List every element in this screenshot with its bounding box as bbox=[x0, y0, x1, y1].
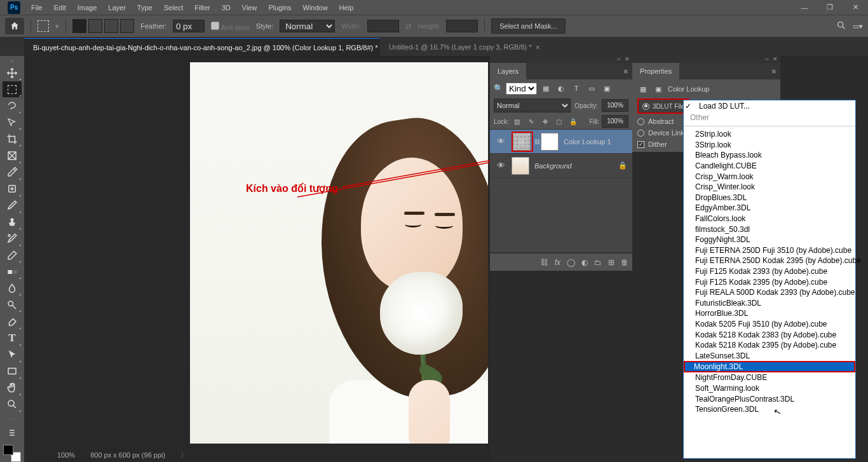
lut-option[interactable]: HorrorBlue.3DL bbox=[684, 308, 855, 319]
tab-document-2[interactable]: Untitled-1 @ 16.7% (Layer 1 copy 3, RGB/… bbox=[380, 38, 549, 56]
lut-option[interactable]: Bleach Bypass.look bbox=[684, 150, 855, 161]
menu-layer[interactable]: Layer bbox=[102, 1, 132, 14]
lock-artboard-icon[interactable]: ▢ bbox=[553, 116, 565, 127]
lut-option[interactable]: Candlelight.CUBE bbox=[684, 161, 855, 172]
layer-background[interactable]: 👁 Background 🔒 bbox=[490, 154, 632, 178]
window-restore-icon[interactable]: ❐ bbox=[817, 0, 843, 15]
link-mask-icon[interactable]: ⛓ bbox=[533, 139, 541, 145]
panel-menu-icon[interactable]: ≡ bbox=[768, 67, 780, 75]
lut-other[interactable]: Other bbox=[684, 112, 855, 123]
move-tool[interactable] bbox=[3, 65, 22, 81]
menu-file[interactable]: File bbox=[25, 1, 48, 14]
lut-option[interactable]: Fuji ETERNA 250D Fuji 3510 (by Adobe).cu… bbox=[684, 245, 855, 256]
marquee-tool-icon[interactable] bbox=[37, 20, 49, 32]
adjustment-layer-icon[interactable]: ◐ bbox=[581, 258, 588, 267]
workspace-switcher-icon[interactable]: ▭▾ bbox=[853, 22, 863, 31]
visibility-toggle-icon[interactable]: 👁 bbox=[490, 137, 512, 146]
lut-option[interactable]: Fuji ETERNA 250D Kodak 2395 (by Adobe).c… bbox=[684, 255, 855, 266]
close-panel-icon[interactable]: ✕ bbox=[773, 56, 778, 63]
lut-option[interactable]: 3Strip.look bbox=[684, 140, 855, 151]
filter-smart-icon[interactable]: ▣ bbox=[600, 82, 613, 95]
lock-icon[interactable]: 🔒 bbox=[618, 161, 627, 170]
panel-menu-icon[interactable]: ≡ bbox=[620, 67, 632, 75]
lut-option[interactable]: filmstock_50.3dl bbox=[684, 224, 855, 234]
lut-option[interactable]: LateSunset.3DL bbox=[684, 350, 855, 361]
layer-filter-kind[interactable]: Kind bbox=[506, 83, 537, 95]
dodge-tool[interactable] bbox=[3, 297, 22, 313]
style-select[interactable]: Normal bbox=[280, 20, 335, 32]
group-icon[interactable]: 🗀 bbox=[594, 258, 602, 267]
fill-value[interactable]: 100% bbox=[602, 115, 628, 128]
link-layers-icon[interactable]: ⛓ bbox=[541, 258, 548, 267]
filter-shape-icon[interactable]: ▭ bbox=[585, 82, 598, 95]
search-icon[interactable] bbox=[836, 20, 846, 32]
menu-filter[interactable]: Filter bbox=[189, 1, 215, 14]
devicelink-radio[interactable] bbox=[637, 130, 644, 137]
lut-option[interactable]: FallColors.look bbox=[684, 214, 855, 224]
lut-option[interactable]: TensionGreen.3DL bbox=[684, 404, 855, 415]
lut-option[interactable]: Crisp_Warm.look bbox=[684, 171, 855, 182]
blur-tool[interactable] bbox=[3, 280, 22, 296]
mask-thumb[interactable] bbox=[541, 133, 559, 151]
close-panel-icon[interactable]: ✕ bbox=[625, 56, 630, 63]
lut-option[interactable]: DropBlues.3DL bbox=[684, 193, 855, 203]
layer-name[interactable]: Background bbox=[531, 162, 572, 170]
zoom-level[interactable]: 100% bbox=[57, 451, 75, 459]
lut-option[interactable]: Fuji F125 Kodak 2395 (by Adobe).cube bbox=[684, 276, 855, 287]
menu-3d[interactable]: 3D bbox=[216, 1, 236, 14]
menu-view[interactable]: View bbox=[236, 1, 263, 14]
window-close-icon[interactable]: ✕ bbox=[843, 0, 868, 15]
quick-selection-tool[interactable] bbox=[3, 114, 22, 130]
healing-brush-tool[interactable] bbox=[3, 181, 22, 197]
fg-bg-colors[interactable] bbox=[3, 445, 21, 462]
path-selection-tool[interactable] bbox=[3, 347, 22, 363]
properties-tab[interactable]: Properties bbox=[632, 63, 679, 79]
hand-tool[interactable] bbox=[3, 380, 22, 396]
gradient-tool[interactable] bbox=[3, 264, 22, 280]
lock-all-icon[interactable]: 🔒 bbox=[567, 116, 579, 127]
collapse-icon[interactable]: ‹‹ bbox=[765, 56, 769, 63]
brush-tool[interactable] bbox=[3, 198, 22, 214]
filter-adjust-icon[interactable]: ◐ bbox=[555, 82, 567, 95]
eyedropper-tool[interactable] bbox=[3, 165, 22, 180]
layer-name[interactable]: Color Lookup 1 bbox=[560, 138, 611, 146]
menu-select[interactable]: Select bbox=[158, 1, 189, 14]
lut-option[interactable]: TealOrangePlusContrast.3DL bbox=[684, 393, 855, 404]
marquee-tool[interactable] bbox=[3, 81, 22, 97]
collapse-icon[interactable]: ‹‹ bbox=[617, 56, 621, 63]
lut-option[interactable]: FoggyNight.3DL bbox=[684, 234, 855, 245]
menu-help[interactable]: Help bbox=[334, 1, 360, 14]
lut-dropdown[interactable]: ✓Load 3D LUT... Other 2Strip.look3Strip.… bbox=[683, 100, 856, 459]
selection-sub-icon[interactable] bbox=[104, 19, 118, 33]
lut-option[interactable]: Soft_Warming.look bbox=[684, 383, 855, 394]
layers-tab[interactable]: Layers bbox=[490, 63, 526, 79]
menu-window[interactable]: Window bbox=[297, 1, 334, 14]
layer-style-icon[interactable]: fx bbox=[555, 258, 560, 267]
search-icon[interactable]: 🔍 bbox=[494, 84, 503, 93]
tab-document-1[interactable]: Bi-quyet-chup-anh-dep-tai-gia-Nghi-dich-… bbox=[24, 38, 380, 56]
menu-image[interactable]: Image bbox=[72, 1, 103, 14]
window-minimize-icon[interactable]: ― bbox=[792, 0, 817, 15]
lasso-tool[interactable] bbox=[3, 98, 22, 114]
lut-option[interactable]: Kodak 5218 Kodak 2383 (by Adobe).cube bbox=[684, 329, 855, 340]
edit-toolbar[interactable] bbox=[3, 425, 22, 440]
zoom-tool[interactable] bbox=[3, 397, 22, 412]
lut-option[interactable]: NightFromDay.CUBE bbox=[684, 372, 855, 383]
lut-option[interactable]: Fuji F125 Kodak 2393 (by Adobe).cube bbox=[684, 266, 855, 277]
dither-checkbox[interactable] bbox=[637, 141, 644, 148]
canvas[interactable] bbox=[190, 62, 488, 444]
lut-option[interactable]: Crisp_Winter.look bbox=[684, 182, 855, 193]
eraser-tool[interactable] bbox=[3, 247, 22, 263]
menu-plugins[interactable]: Plugins bbox=[262, 1, 297, 14]
lock-image-icon[interactable]: ✎ bbox=[526, 116, 537, 127]
selection-isect-icon[interactable] bbox=[120, 19, 134, 33]
layer-mask-icon[interactable]: ◯ bbox=[567, 258, 575, 267]
lut-option[interactable]: Moonlight.3DL bbox=[684, 361, 855, 372]
feather-input[interactable] bbox=[173, 20, 205, 32]
select-and-mask-button[interactable]: Select and Mask... bbox=[491, 18, 566, 34]
lut-option[interactable]: Fuji REALA 500D Kodak 2393 (by Adobe).cu… bbox=[684, 287, 855, 298]
lut-option[interactable]: Kodak 5218 Kodak 2395 (by Adobe).cube bbox=[684, 340, 855, 351]
layer-color-lookup[interactable]: 👁 ▦ ⛓ Color Lookup 1 bbox=[490, 130, 632, 154]
filter-pixel-icon[interactable]: ▦ bbox=[539, 82, 552, 95]
crop-tool[interactable] bbox=[3, 131, 22, 147]
